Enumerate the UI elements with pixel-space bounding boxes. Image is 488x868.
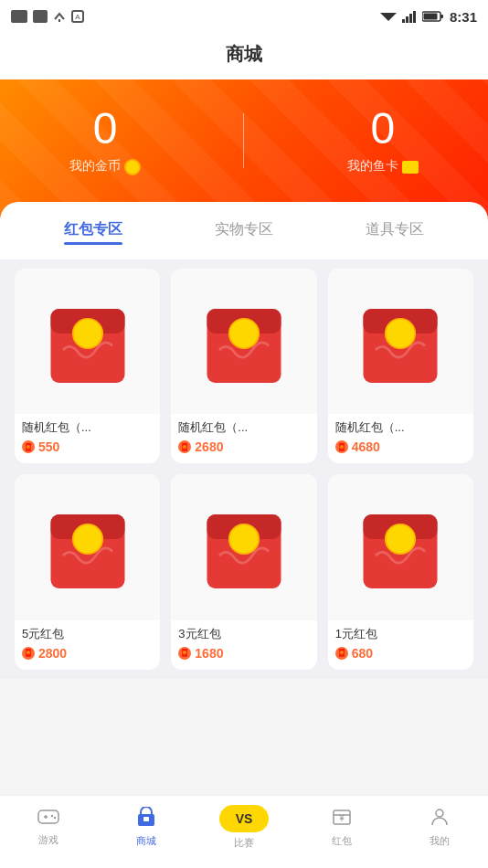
- nav-item-redpacket[interactable]: ¥ 红包: [292, 807, 390, 848]
- svg-text:日服小游戏: 日服小游戏: [385, 503, 417, 512]
- shop-icon: [136, 807, 156, 831]
- svg-text:日服小游戏: 日服小游戏: [228, 503, 260, 512]
- coins-label: 我的金币: [69, 158, 141, 175]
- product-info-1: 随机红包（... 🧧 550: [15, 414, 160, 463]
- fishcard-label: 我的鱼卡: [347, 158, 419, 175]
- product-info-5: 3元红包 🧧 1680: [171, 620, 316, 670]
- svg-rect-7: [406, 16, 408, 23]
- product-card-1[interactable]: 日服小游戏 随机红包（... 🧧 550: [15, 269, 160, 463]
- product-card-6[interactable]: 日服小游戏 1元红包 🧧 680: [328, 474, 473, 669]
- nav-label-redpacket: 红包: [332, 834, 352, 848]
- price-value-6: 680: [352, 646, 373, 661]
- product-name-3: 随机红包（...: [335, 419, 466, 436]
- svg-rect-43: [143, 817, 149, 821]
- page-header: 商城: [0, 33, 488, 79]
- product-name-2: 随机红包（...: [178, 419, 309, 436]
- hero-banner: 0 我的金币 0 我的鱼卡: [0, 79, 488, 220]
- product-image-5: 日服小游戏: [171, 474, 316, 619]
- price-icon-6: 🧧: [335, 647, 348, 660]
- price-icon-2: 🧧: [178, 440, 191, 453]
- bottom-nav: 游戏 商城 VS 比赛 ¥ 红包: [0, 795, 488, 868]
- price-value-2: 2680: [195, 439, 223, 454]
- svg-rect-6: [402, 19, 405, 23]
- product-card-4[interactable]: 日服小游戏 5元红包 🧧 2800: [15, 474, 160, 669]
- price-value-1: 550: [38, 439, 59, 454]
- price-value-5: 1680: [195, 646, 223, 661]
- svg-text:日服小游戏: 日服小游戏: [228, 298, 260, 306]
- svg-rect-11: [440, 15, 443, 18]
- svg-text:日服小游戏: 日服小游戏: [71, 298, 103, 306]
- product-price-1: 🧧 550: [22, 439, 153, 454]
- price-icon-3: 🧧: [335, 440, 348, 453]
- product-info-4: 5元红包 🧧 2800: [15, 620, 160, 670]
- tab-physical[interactable]: 实物专区: [215, 220, 273, 245]
- svg-point-27: [72, 524, 101, 554]
- product-price-4: 🧧 2800: [22, 646, 153, 661]
- product-name-4: 5元红包: [22, 626, 153, 642]
- svg-point-31: [229, 524, 259, 554]
- svg-point-35: [386, 524, 415, 554]
- hero-stats: 0 我的金币 0 我的鱼卡: [18, 107, 470, 175]
- svg-rect-0: [11, 10, 27, 23]
- nav-item-game[interactable]: 游戏: [0, 808, 98, 847]
- svg-text:A: A: [75, 13, 80, 21]
- coins-value: 0: [69, 107, 141, 151]
- fishcard-stat: 0 我的鱼卡: [347, 107, 419, 175]
- product-price-6: 🧧 680: [335, 646, 466, 661]
- status-bar: A 8:31: [0, 0, 488, 33]
- hero-divider: [243, 113, 244, 168]
- tab-redpacket[interactable]: 红包专区: [64, 220, 122, 245]
- tab-props[interactable]: 道具专区: [366, 220, 424, 245]
- product-card-5[interactable]: 日服小游戏 3元红包 🧧 1680: [171, 474, 316, 669]
- product-card-2[interactable]: 日服小游戏 随机红包（... 🧧 2680: [171, 269, 316, 463]
- svg-text:日服小游戏: 日服小游戏: [385, 298, 417, 306]
- product-price-2: 🧧 2680: [178, 439, 309, 454]
- page-title: 商城: [0, 42, 488, 67]
- nav-label-mine: 我的: [430, 834, 450, 848]
- svg-rect-37: [38, 810, 58, 823]
- mine-icon: [430, 807, 450, 831]
- app-icon-4: A: [71, 10, 84, 23]
- product-image-2: 日服小游戏: [171, 269, 316, 414]
- price-icon-5: 🧧: [178, 647, 191, 660]
- product-image-3: 日服小游戏: [328, 269, 473, 414]
- product-price-5: 🧧 1680: [178, 646, 309, 661]
- nav-label-game: 游戏: [38, 833, 58, 847]
- svg-point-47: [436, 810, 443, 817]
- product-info-6: 1元红包 🧧 680: [328, 620, 473, 670]
- product-image-6: 日服小游戏: [328, 474, 473, 619]
- svg-point-15: [72, 318, 101, 347]
- product-name-1: 随机红包（...: [22, 419, 153, 436]
- price-value-4: 2800: [38, 646, 67, 661]
- svg-marker-5: [380, 13, 397, 21]
- coins-stat: 0 我的金币: [69, 107, 141, 175]
- status-left-icons: A: [11, 10, 84, 23]
- product-grid: 日服小游戏 随机红包（... 🧧 550: [0, 259, 488, 679]
- svg-point-40: [51, 815, 53, 817]
- nav-item-shop[interactable]: 商城: [98, 807, 196, 848]
- nav-item-vs[interactable]: VS 比赛: [196, 805, 293, 850]
- status-right-info: 8:31: [380, 9, 477, 25]
- svg-rect-12: [423, 14, 437, 20]
- fishcard-value: 0: [347, 107, 419, 151]
- product-card-3[interactable]: 日服小游戏 随机红包（... 🧧 4680: [328, 269, 473, 463]
- redpacket-icon: ¥: [332, 807, 352, 831]
- category-tabs: 红包专区 实物专区 道具专区: [0, 220, 488, 259]
- wifi-icon: [380, 10, 397, 23]
- svg-text:日服小游戏: 日服小游戏: [71, 503, 103, 512]
- status-time: 8:31: [450, 9, 477, 25]
- price-icon-1: 🧧: [22, 440, 35, 453]
- svg-point-19: [229, 318, 259, 347]
- svg-point-41: [54, 817, 56, 819]
- app-icon-3: [53, 10, 66, 23]
- product-image-4: 日服小游戏: [15, 474, 160, 619]
- product-info-3: 随机红包（... 🧧 4680: [328, 414, 473, 463]
- product-image-1: 日服小游戏: [15, 269, 160, 414]
- product-price-3: 🧧 4680: [335, 439, 466, 454]
- content-area[interactable]: 0 我的金币 0 我的鱼卡 红包专区 实物专区: [0, 79, 488, 792]
- signal-icon: [402, 10, 417, 23]
- product-name-5: 3元红包: [178, 626, 309, 642]
- nav-item-mine[interactable]: 我的: [390, 807, 488, 848]
- svg-rect-9: [413, 11, 416, 23]
- battery-icon: [422, 10, 444, 23]
